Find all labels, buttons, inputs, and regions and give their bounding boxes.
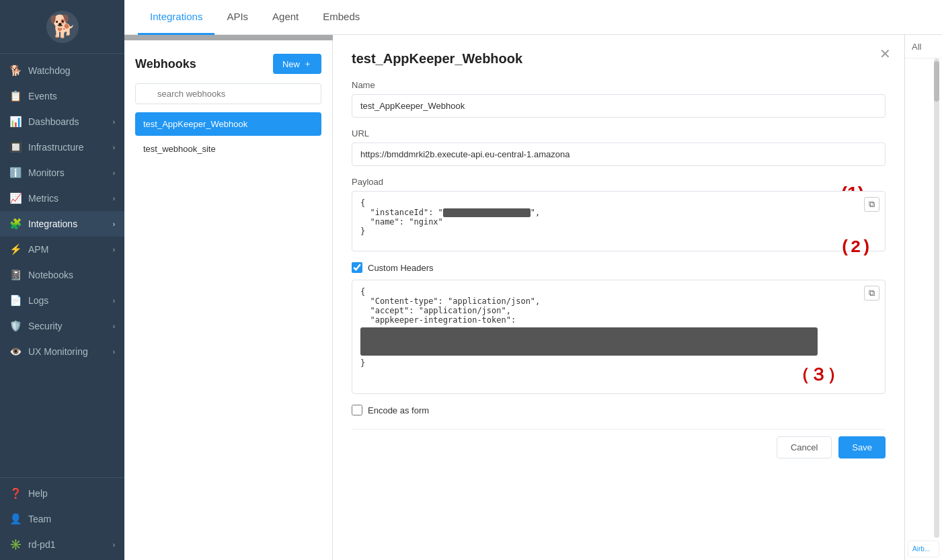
scrollbar-thumb[interactable] — [934, 61, 939, 102]
notebooks-icon: 📓 — [9, 269, 22, 281]
webhook-list-item[interactable]: test_webhook_site — [135, 137, 321, 161]
new-webhook-button[interactable]: New ＋ — [273, 54, 321, 74]
search-input[interactable] — [135, 83, 321, 104]
integrations-icon: 🧩 — [9, 218, 22, 230]
url-label: URL — [352, 128, 886, 138]
search-wrap: 🔍 — [135, 83, 321, 104]
sidebar-item-monitors[interactable]: ℹ️ Monitors › — [0, 160, 124, 186]
url-input[interactable] — [352, 143, 886, 166]
metrics-icon: 📈 — [9, 192, 22, 204]
sidebar-item-label: rd-pd1 — [28, 539, 55, 550]
sidebar-item-ux-monitoring[interactable]: 👁️ UX Monitoring › — [0, 339, 124, 364]
sidebar-item-label: Events — [28, 91, 57, 102]
webhook-list-item[interactable]: test_AppKeeper_Webhook — [135, 112, 321, 136]
name-input[interactable] — [352, 94, 886, 118]
sidebar-item-notebooks[interactable]: 📓 Notebooks — [0, 262, 124, 288]
webhook-detail-title: test_AppKeeper_Webhook — [352, 51, 886, 67]
copy-payload-button[interactable]: ⧉ — [864, 197, 879, 212]
sidebar-item-rd-pd1[interactable]: ✳️ rd-pd1 › — [0, 532, 124, 557]
infrastructure-icon: 🔲 — [9, 141, 22, 153]
name-label: Name — [352, 80, 886, 90]
headers-close: } — [360, 358, 877, 368]
chevron-right-icon: › — [113, 541, 115, 549]
webhooks-panel: Webhooks New ＋ 🔍 test_AppKeeper_Webhook … — [124, 40, 333, 560]
right-area: All Airb... — [904, 35, 942, 560]
sidebar-item-logs[interactable]: 📄 Logs › — [0, 288, 124, 313]
scrollbar-track — [934, 58, 939, 538]
tab-integrations[interactable]: Integrations — [138, 0, 214, 35]
main-content: Integrations APIs Agent Embeds Webhooks — [124, 0, 942, 560]
save-button[interactable]: Save — [838, 436, 886, 458]
encode-form-label[interactable]: Encode as form — [368, 405, 429, 415]
tab-embeds[interactable]: Embeds — [311, 0, 372, 35]
all-tab[interactable]: All — [905, 35, 942, 58]
payload-label: Payload — [352, 177, 886, 187]
app-logo: 🐕 — [45, 9, 80, 44]
events-icon: 📋 — [9, 90, 22, 102]
sidebar-bottom: ❓ Help 👤 Team ✳️ rd-pd1 › — [0, 477, 124, 560]
headers-box: ⧉ { "Content-type": "application/json", … — [352, 280, 886, 394]
sidebar-item-events[interactable]: 📋 Events — [0, 83, 124, 109]
sidebar-item-label: Logs — [28, 295, 48, 306]
sidebar-item-dashboards[interactable]: 📊 Dashboards › — [0, 109, 124, 134]
page-body: Webhooks New ＋ 🔍 test_AppKeeper_Webhook … — [124, 35, 942, 560]
all-label: All — [912, 42, 921, 52]
sidebar-item-apm[interactable]: ⚡ APM › — [0, 237, 124, 262]
sidebar-item-help[interactable]: ❓ Help — [0, 481, 124, 506]
sidebar: 🐕 🐕 Watchdog 📋 Events 📊 Dashboards › 🔲 I… — [0, 0, 124, 560]
chevron-right-icon: › — [113, 118, 115, 126]
copy-headers-button[interactable]: ⧉ — [864, 286, 879, 301]
tab-agent[interactable]: Agent — [260, 0, 311, 35]
sidebar-item-label: Metrics — [28, 193, 58, 204]
modal-overlay: Webhooks New ＋ 🔍 test_AppKeeper_Webhook … — [124, 35, 942, 560]
team-icon: 👤 — [9, 513, 22, 525]
sidebar-item-security[interactable]: 🛡️ Security › — [0, 313, 124, 339]
cancel-button[interactable]: Cancel — [777, 436, 832, 458]
security-icon: 🛡️ — [9, 320, 22, 332]
sidebar-item-label: Notebooks — [28, 270, 73, 280]
annotation-2: (2) — [840, 237, 871, 257]
sidebar-item-integrations[interactable]: 🧩 Integrations › — [0, 211, 124, 237]
modal-close-button[interactable]: ✕ — [879, 46, 891, 62]
sidebar-item-label: Dashboards — [28, 116, 79, 127]
sidebar-item-team[interactable]: 👤 Team — [0, 506, 124, 532]
sidebar-item-label: Help — [28, 488, 48, 499]
webhook-detail: ✕ test_AppKeeper_Webhook Name URL (1) Pa… — [333, 35, 904, 560]
top-nav: Integrations APIs Agent Embeds — [124, 0, 942, 35]
sidebar-item-infrastructure[interactable]: 🔲 Infrastructure › — [0, 134, 124, 160]
account-icon: ✳️ — [9, 538, 22, 551]
sidebar-item-label: Integrations — [28, 218, 77, 229]
custom-headers-row: Custom Headers — [352, 262, 886, 273]
sidebar-nav: 🐕 Watchdog 📋 Events 📊 Dashboards › 🔲 Inf… — [0, 54, 124, 477]
chevron-right-icon: › — [113, 169, 115, 177]
ux-monitoring-icon: 👁️ — [9, 346, 22, 358]
apm-icon: ⚡ — [9, 243, 22, 255]
scrollbar-area — [905, 58, 942, 538]
chevron-right-icon: › — [113, 348, 115, 356]
modal-footer: Cancel Save — [352, 429, 886, 458]
help-icon: ❓ — [9, 487, 22, 499]
headers-content: { "Content-type": "application/json", "a… — [360, 287, 877, 325]
sidebar-item-metrics[interactable]: 📈 Metrics › — [0, 186, 124, 211]
tab-apis[interactable]: APIs — [214, 0, 260, 35]
airbnb-card: Airb... — [908, 541, 939, 557]
sidebar-item-label: Infrastructure — [28, 142, 83, 153]
chevron-right-icon: › — [113, 297, 115, 305]
svg-text:🐕: 🐕 — [49, 13, 76, 39]
chevron-right-icon: › — [113, 221, 115, 228]
logs-icon: 📄 — [9, 294, 22, 307]
chevron-right-icon: › — [113, 323, 115, 330]
encode-form-checkbox[interactable] — [352, 405, 362, 415]
logo-area: 🐕 — [0, 0, 124, 54]
sidebar-item-label: Monitors — [28, 167, 65, 178]
chevron-right-icon: › — [113, 246, 115, 253]
sidebar-item-label: Watchdog — [28, 65, 71, 76]
token-redacted — [360, 327, 818, 356]
custom-headers-checkbox[interactable] — [352, 262, 362, 273]
chevron-right-icon: › — [113, 195, 115, 202]
custom-headers-label[interactable]: Custom Headers — [368, 263, 434, 273]
payload-box: ⧉ { "instanceId": "", "name": "nginx" } … — [352, 191, 886, 251]
sidebar-item-watchdog[interactable]: 🐕 Watchdog — [0, 58, 124, 83]
encode-row: Encode as form — [352, 405, 886, 415]
sidebar-item-label: UX Monitoring — [28, 346, 88, 357]
